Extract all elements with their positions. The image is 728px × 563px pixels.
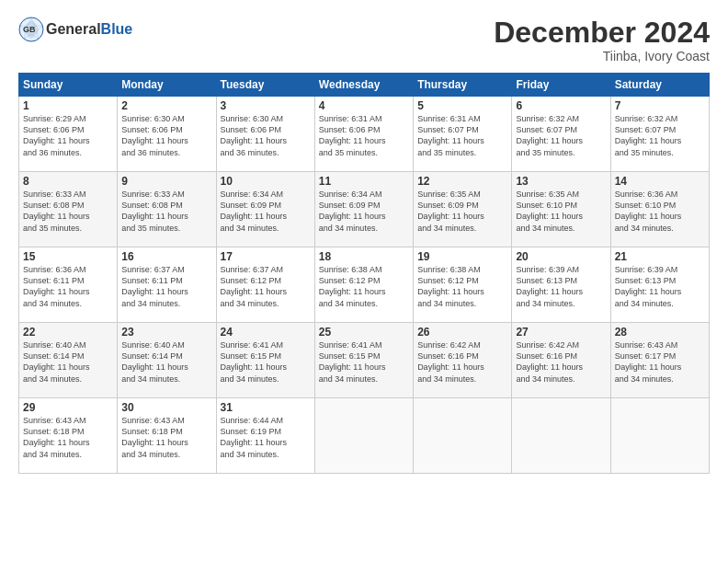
calendar-cell: 7Sunrise: 6:32 AM Sunset: 6:07 PM Daylig… <box>610 97 709 172</box>
calendar-week-1: 1Sunrise: 6:29 AM Sunset: 6:06 PM Daylig… <box>19 97 710 172</box>
day-number: 31 <box>221 401 311 414</box>
day-number: 5 <box>417 99 507 112</box>
calendar-cell: 16Sunrise: 6:37 AM Sunset: 6:11 PM Dayli… <box>118 247 216 323</box>
day-number: 20 <box>516 250 606 263</box>
calendar-cell: 9Sunrise: 6:33 AM Sunset: 6:08 PM Daylig… <box>118 172 216 247</box>
calendar-week-5: 29Sunrise: 6:43 AM Sunset: 6:18 PM Dayli… <box>19 398 710 474</box>
svg-text:GB: GB <box>23 25 36 34</box>
col-friday: Friday <box>512 74 610 97</box>
day-number: 7 <box>615 99 705 112</box>
day-number: 24 <box>221 326 311 339</box>
calendar-cell: 26Sunrise: 6:42 AM Sunset: 6:16 PM Dayli… <box>414 323 512 398</box>
col-thursday: Thursday <box>414 74 512 97</box>
calendar-cell: 28Sunrise: 6:43 AM Sunset: 6:17 PM Dayli… <box>610 323 709 398</box>
day-number: 15 <box>23 250 113 263</box>
calendar-cell: 19Sunrise: 6:38 AM Sunset: 6:12 PM Dayli… <box>414 247 512 323</box>
day-detail: Sunrise: 6:40 AM Sunset: 6:14 PM Dayligh… <box>121 339 211 385</box>
logo: GB GeneralBlue <box>18 17 132 42</box>
calendar-cell: 24Sunrise: 6:41 AM Sunset: 6:15 PM Dayli… <box>216 323 314 398</box>
day-number: 2 <box>121 99 211 112</box>
day-detail: Sunrise: 6:33 AM Sunset: 6:08 PM Dayligh… <box>23 189 113 234</box>
day-number: 9 <box>121 175 211 188</box>
calendar-cell: 6Sunrise: 6:32 AM Sunset: 6:07 PM Daylig… <box>512 97 610 172</box>
calendar-week-3: 15Sunrise: 6:36 AM Sunset: 6:11 PM Dayli… <box>19 247 710 323</box>
day-detail: Sunrise: 6:38 AM Sunset: 6:12 PM Dayligh… <box>417 264 507 309</box>
calendar-cell: 29Sunrise: 6:43 AM Sunset: 6:18 PM Dayli… <box>19 398 118 474</box>
day-detail: Sunrise: 6:30 AM Sunset: 6:06 PM Dayligh… <box>221 113 311 158</box>
logo-icon: GB <box>18 17 44 42</box>
day-number: 14 <box>615 175 705 188</box>
calendar-cell: 14Sunrise: 6:36 AM Sunset: 6:10 PM Dayli… <box>610 172 709 247</box>
day-detail: Sunrise: 6:37 AM Sunset: 6:12 PM Dayligh… <box>221 264 311 309</box>
day-detail: Sunrise: 6:43 AM Sunset: 6:18 PM Dayligh… <box>121 415 211 460</box>
day-number: 21 <box>615 250 705 263</box>
calendar-cell: 5Sunrise: 6:31 AM Sunset: 6:07 PM Daylig… <box>414 97 512 172</box>
title-block: December 2024 Tiinba, Ivory Coast <box>494 17 710 63</box>
day-number: 17 <box>221 250 311 263</box>
day-detail: Sunrise: 6:43 AM Sunset: 6:17 PM Dayligh… <box>615 339 705 385</box>
day-detail: Sunrise: 6:42 AM Sunset: 6:16 PM Dayligh… <box>417 339 507 385</box>
col-saturday: Saturday <box>610 74 709 97</box>
calendar-cell <box>610 398 709 474</box>
day-number: 19 <box>417 250 507 263</box>
calendar-cell <box>314 398 413 474</box>
col-tuesday: Tuesday <box>216 74 314 97</box>
calendar-header-row: Sunday Monday Tuesday Wednesday Thursday… <box>19 74 710 97</box>
day-detail: Sunrise: 6:34 AM Sunset: 6:09 PM Dayligh… <box>319 189 409 234</box>
location-subtitle: Tiinba, Ivory Coast <box>494 49 710 63</box>
calendar-cell: 4Sunrise: 6:31 AM Sunset: 6:06 PM Daylig… <box>314 97 413 172</box>
day-detail: Sunrise: 6:39 AM Sunset: 6:13 PM Dayligh… <box>615 264 705 309</box>
day-detail: Sunrise: 6:31 AM Sunset: 6:06 PM Dayligh… <box>319 113 409 158</box>
day-detail: Sunrise: 6:32 AM Sunset: 6:07 PM Dayligh… <box>516 113 606 158</box>
col-sunday: Sunday <box>19 74 118 97</box>
day-number: 4 <box>319 99 409 112</box>
day-detail: Sunrise: 6:40 AM Sunset: 6:14 PM Dayligh… <box>23 339 113 385</box>
day-number: 26 <box>417 326 507 339</box>
day-detail: Sunrise: 6:35 AM Sunset: 6:09 PM Dayligh… <box>417 189 507 234</box>
day-number: 18 <box>319 250 409 263</box>
day-detail: Sunrise: 6:31 AM Sunset: 6:07 PM Dayligh… <box>417 113 507 158</box>
day-detail: Sunrise: 6:43 AM Sunset: 6:18 PM Dayligh… <box>23 415 113 460</box>
calendar-week-2: 8Sunrise: 6:33 AM Sunset: 6:08 PM Daylig… <box>19 172 710 247</box>
day-detail: Sunrise: 6:36 AM Sunset: 6:10 PM Dayligh… <box>615 189 705 234</box>
calendar-cell: 8Sunrise: 6:33 AM Sunset: 6:08 PM Daylig… <box>19 172 118 247</box>
day-detail: Sunrise: 6:29 AM Sunset: 6:06 PM Dayligh… <box>23 113 113 158</box>
day-detail: Sunrise: 6:44 AM Sunset: 6:19 PM Dayligh… <box>221 415 311 460</box>
calendar-cell: 22Sunrise: 6:40 AM Sunset: 6:14 PM Dayli… <box>19 323 118 398</box>
logo-general: General <box>46 21 101 37</box>
calendar-cell: 3Sunrise: 6:30 AM Sunset: 6:06 PM Daylig… <box>216 97 314 172</box>
day-detail: Sunrise: 6:34 AM Sunset: 6:09 PM Dayligh… <box>221 189 311 234</box>
header: GB GeneralBlue December 2024 Tiinba, Ivo… <box>18 17 710 63</box>
logo-blue: Blue <box>101 21 133 37</box>
day-detail: Sunrise: 6:41 AM Sunset: 6:15 PM Dayligh… <box>319 339 409 385</box>
day-detail: Sunrise: 6:30 AM Sunset: 6:06 PM Dayligh… <box>121 113 211 158</box>
logo-text: GeneralBlue <box>46 21 132 38</box>
day-number: 16 <box>121 250 211 263</box>
col-wednesday: Wednesday <box>314 74 413 97</box>
day-number: 11 <box>319 175 409 188</box>
day-number: 25 <box>319 326 409 339</box>
day-number: 28 <box>615 326 705 339</box>
calendar-cell: 21Sunrise: 6:39 AM Sunset: 6:13 PM Dayli… <box>610 247 709 323</box>
page: GB GeneralBlue December 2024 Tiinba, Ivo… <box>0 0 728 563</box>
calendar-cell: 11Sunrise: 6:34 AM Sunset: 6:09 PM Dayli… <box>314 172 413 247</box>
day-number: 1 <box>23 99 113 112</box>
day-detail: Sunrise: 6:41 AM Sunset: 6:15 PM Dayligh… <box>221 339 311 385</box>
day-detail: Sunrise: 6:32 AM Sunset: 6:07 PM Dayligh… <box>615 113 705 158</box>
day-number: 12 <box>417 175 507 188</box>
month-title: December 2024 <box>494 17 710 49</box>
calendar-cell: 13Sunrise: 6:35 AM Sunset: 6:10 PM Dayli… <box>512 172 610 247</box>
calendar-cell: 23Sunrise: 6:40 AM Sunset: 6:14 PM Dayli… <box>118 323 216 398</box>
day-number: 29 <box>23 401 113 414</box>
day-number: 27 <box>516 326 606 339</box>
day-number: 3 <box>221 99 311 112</box>
calendar-cell: 1Sunrise: 6:29 AM Sunset: 6:06 PM Daylig… <box>19 97 118 172</box>
day-number: 8 <box>23 175 113 188</box>
day-number: 30 <box>121 401 211 414</box>
calendar-cell <box>414 398 512 474</box>
day-detail: Sunrise: 6:37 AM Sunset: 6:11 PM Dayligh… <box>121 264 211 309</box>
calendar-cell: 15Sunrise: 6:36 AM Sunset: 6:11 PM Dayli… <box>19 247 118 323</box>
calendar-cell: 20Sunrise: 6:39 AM Sunset: 6:13 PM Dayli… <box>512 247 610 323</box>
calendar-cell: 25Sunrise: 6:41 AM Sunset: 6:15 PM Dayli… <box>314 323 413 398</box>
day-detail: Sunrise: 6:42 AM Sunset: 6:16 PM Dayligh… <box>516 339 606 385</box>
